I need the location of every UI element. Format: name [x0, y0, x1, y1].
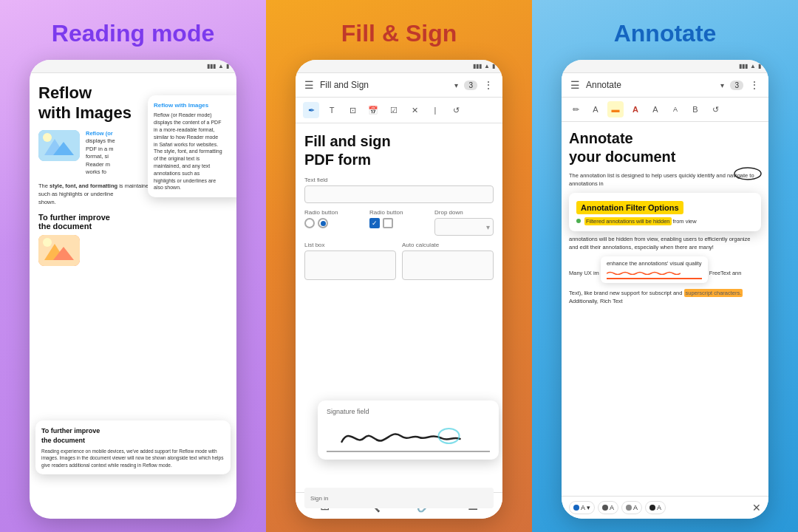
ann-hamburger-icon[interactable]: ☰ — [570, 79, 580, 91]
annotate-phone-wrapper: ▮▮▮ ▲ ▮ ☰ Annotate ▾ 3 ⋮ ✏ A ▬ A A A B ↺ — [545, 60, 785, 519]
text-field-input[interactable] — [304, 185, 494, 203]
annotate-title: Annotate — [614, 21, 717, 47]
radio1-inner — [321, 221, 326, 226]
ann-color-btn-4[interactable]: A — [645, 501, 666, 514]
ann-format-tool[interactable]: A — [667, 101, 683, 117]
ann-size-tool[interactable]: A — [647, 101, 664, 117]
reading-image-2 — [38, 235, 80, 266]
checkbox-empty[interactable] — [383, 218, 393, 228]
floating-card-body: Reflow (or Reader mode)displays the cont… — [154, 112, 236, 191]
checkbox-checked[interactable]: ✓ — [369, 218, 380, 228]
svg-point-8 — [439, 429, 460, 443]
ann-topbar-title: Annotate — [586, 80, 715, 90]
date-tool[interactable]: 📅 — [365, 102, 381, 118]
signature-tool[interactable]: ✒ — [303, 102, 319, 118]
ann-signal: ▮▮▮ — [739, 63, 748, 69]
listbox-col: List box — [304, 242, 396, 286]
ann-color-btn-2[interactable]: A — [598, 501, 618, 514]
floating-card-title: Reflow with Images — [154, 101, 236, 109]
ann-color-btn-1[interactable]: A ▾ — [569, 501, 595, 514]
ann-undo-tool[interactable]: ↺ — [707, 101, 723, 117]
dark-dot — [649, 505, 655, 511]
autocalc-col: Auto calculate — [402, 242, 494, 286]
reading-link: Reflow (or — [86, 130, 113, 137]
radio1-group — [304, 218, 364, 228]
dropdown-arrow-icon[interactable]: ▾ — [454, 81, 458, 89]
fill-topbar-title: Fill and Sign — [320, 80, 449, 90]
signin-row: Sign in — [304, 488, 494, 492]
fill-phone: ▮▮▮ ▲ ▮ ☰ Fill and Sign ▾ 3 ⋮ ✒ T ⊡ 📅 ☑ … — [296, 60, 502, 519]
ann-bottom-toolbar: A ▾ A A A ✕ — [562, 496, 768, 519]
bottom-card-title: To further improvethe document — [41, 426, 225, 446]
listbox-label: List box — [304, 242, 396, 248]
radio2-label: Radio button — [369, 209, 429, 216]
ann-btn-label-4: A — [657, 504, 661, 511]
reading-content: Reflowwith Images Reflow (or displays t — [30, 73, 236, 519]
svg-point-3 — [43, 133, 52, 142]
radio1-selected[interactable] — [318, 218, 328, 228]
ann-btn-label-1: A — [581, 504, 585, 511]
radio1-empty[interactable] — [304, 218, 315, 228]
reading-phone-wrapper: ▮▮▮ ▲ ▮ Reflowwith Images — [13, 60, 253, 519]
ann-highlight-tool[interactable]: ▬ — [607, 101, 624, 117]
wavy-line — [607, 271, 681, 275]
ann-bold-tool[interactable]: B — [687, 101, 703, 117]
fill-phone-wrapper: ▮▮▮ ▲ ▮ ☰ Fill and Sign ▾ 3 ⋮ ✒ T ⊡ 📅 ☑ … — [279, 60, 519, 519]
fill-badge: 3 — [464, 81, 477, 90]
circle-annotation: help — [652, 172, 662, 180]
ann-more-icon[interactable]: ⋮ — [749, 79, 760, 91]
ann-dropdown-icon[interactable]: ▾ — [720, 81, 724, 89]
signal-icon: ▮▮▮ — [207, 63, 216, 69]
undo-tool[interactable]: ↺ — [448, 102, 464, 118]
ann-pencil-tool[interactable]: ✏ — [567, 101, 584, 117]
radio-row: Radio button Radio button ✓ — [304, 209, 494, 236]
ann-wifi: ▲ — [750, 63, 756, 69]
ann-content: Annotateyour document The annotation lis… — [562, 122, 768, 496]
reading-floating-card: Reflow with Images Reflow (or Reader mod… — [148, 95, 236, 197]
ann-body2: annotations will be hidden from view, en… — [569, 236, 761, 252]
fill-panel: Fill & Sign ▮▮▮ ▲ ▮ ☰ Fill and Sign ▾ 3 … — [266, 0, 532, 532]
fill-toolbar: ✒ T ⊡ 📅 ☑ ✕ | ↺ — [296, 98, 502, 123]
fill-content: Fill and signPDF form Text field Radio b… — [296, 123, 502, 492]
ann-body1: The annotation list is designed to help … — [569, 172, 761, 188]
ann-body3: Many UX im enhance the annotations' visu… — [569, 256, 761, 285]
ann-close-btn[interactable]: ✕ — [752, 502, 761, 514]
ann-btn-label-2: A — [610, 504, 614, 511]
ann-main-title: Annotateyour document — [569, 129, 761, 166]
radio2-col: Radio button ✓ — [369, 209, 429, 236]
dropdown-label: Drop down — [434, 209, 494, 216]
sig-label: Signature field — [327, 408, 490, 415]
svg-point-9 — [734, 168, 761, 180]
fill-wifi: ▲ — [484, 63, 490, 69]
reading-topbar: ▮▮▮ ▲ ▮ — [30, 60, 236, 73]
ann-color-btn-3[interactable]: A — [621, 501, 642, 514]
image-tool[interactable]: ⊡ — [344, 102, 361, 118]
ann-badge: 3 — [730, 81, 743, 90]
reading-bottom-card: To further improvethe document Reading e… — [35, 420, 231, 474]
filter-title: Annotation Filter Options — [576, 201, 683, 214]
ann-text-tool[interactable]: A — [587, 101, 604, 117]
sig-area[interactable] — [327, 420, 490, 452]
ann-toolbar: ✏ A ▬ A A A B ↺ — [562, 98, 768, 122]
list-box-field[interactable] — [304, 250, 396, 280]
filter-dot — [576, 219, 581, 223]
fill-more-icon[interactable]: ⋮ — [483, 79, 494, 91]
autocalc-field[interactable] — [402, 250, 494, 280]
dropdown-field[interactable]: ▾ — [434, 218, 494, 236]
wifi-icon: ▲ — [218, 63, 224, 69]
signature-floating-card: Signature field — [318, 400, 499, 460]
cross-tool[interactable]: ✕ — [406, 102, 423, 118]
line-tool[interactable]: | — [427, 102, 443, 118]
reading-panel: Reading mode ▮▮▮ ▲ ▮ Reflowwith Images — [0, 0, 266, 532]
hamburger-icon[interactable]: ☰ — [304, 79, 314, 91]
check-tool[interactable]: ☑ — [386, 102, 402, 118]
fill-topbar: ☰ Fill and Sign ▾ 3 ⋮ — [296, 73, 502, 98]
lgray-dot — [626, 505, 632, 511]
ann-body4: Text), like brand new support for subscr… — [569, 290, 761, 306]
reading-card-text: Reflow (or displays thePDF in a mformat,… — [86, 130, 115, 177]
fill-battery: ▮ — [492, 63, 495, 69]
text-tool[interactable]: T — [324, 102, 340, 118]
blue-dot — [573, 505, 579, 511]
radio2-group: ✓ — [369, 218, 429, 228]
ann-color-tool[interactable]: A — [627, 101, 644, 117]
